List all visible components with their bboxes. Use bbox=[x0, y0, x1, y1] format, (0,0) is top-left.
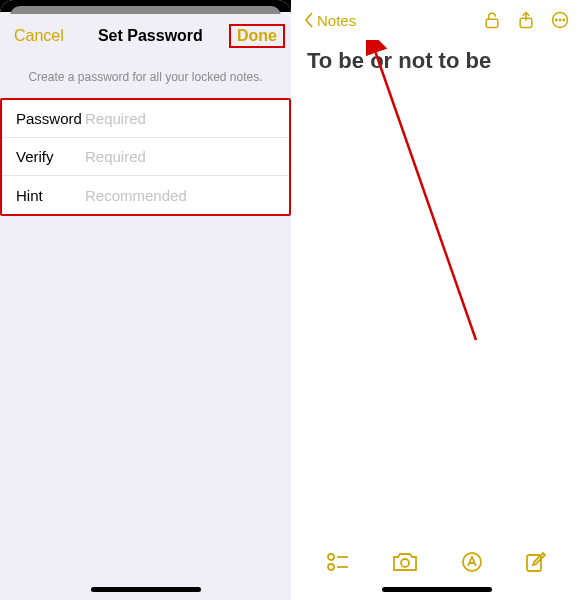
svg-point-9 bbox=[328, 564, 334, 570]
chevron-left-icon bbox=[303, 11, 315, 29]
draw-icon[interactable] bbox=[461, 551, 483, 573]
top-icons bbox=[482, 10, 570, 30]
share-icon[interactable] bbox=[516, 10, 536, 30]
note-title[interactable]: To be or not to be bbox=[291, 40, 582, 82]
password-row: Password bbox=[2, 100, 289, 138]
svg-point-11 bbox=[401, 559, 409, 567]
bottom-toolbar bbox=[291, 542, 582, 582]
cancel-button[interactable]: Cancel bbox=[14, 27, 64, 45]
nav-title: Set Password bbox=[98, 27, 203, 45]
top-bar: Notes bbox=[291, 0, 582, 40]
subtitle-text: Create a password for all your locked no… bbox=[0, 58, 291, 98]
set-password-screen: Cancel Set Password Done Create a passwo… bbox=[0, 0, 291, 600]
verify-label: Verify bbox=[16, 148, 85, 165]
done-button[interactable]: Done bbox=[237, 27, 277, 45]
password-label: Password bbox=[16, 110, 85, 127]
back-label: Notes bbox=[317, 12, 356, 29]
done-highlight: Done bbox=[229, 24, 285, 48]
nav-bar: Cancel Set Password Done bbox=[0, 14, 291, 58]
home-indicator[interactable] bbox=[382, 587, 492, 592]
home-indicator[interactable] bbox=[91, 587, 201, 592]
annotation-arrow bbox=[366, 40, 486, 350]
checklist-icon[interactable] bbox=[326, 551, 350, 573]
compose-icon[interactable] bbox=[525, 551, 547, 573]
note-detail-screen: Notes To be or not to be bbox=[291, 0, 582, 600]
verify-row: Verify bbox=[2, 138, 289, 176]
svg-point-7 bbox=[328, 554, 334, 560]
hint-input[interactable] bbox=[85, 187, 275, 204]
verify-input[interactable] bbox=[85, 148, 275, 165]
modal-sheet: Cancel Set Password Done Create a passwo… bbox=[0, 14, 291, 600]
unlock-icon[interactable] bbox=[482, 10, 502, 30]
svg-point-3 bbox=[556, 19, 557, 20]
svg-line-6 bbox=[374, 48, 476, 340]
camera-icon[interactable] bbox=[392, 551, 418, 573]
hint-row: Hint bbox=[2, 176, 289, 214]
svg-rect-0 bbox=[486, 19, 498, 27]
svg-point-4 bbox=[559, 19, 560, 20]
hint-label: Hint bbox=[16, 187, 85, 204]
svg-point-5 bbox=[563, 19, 564, 20]
back-button[interactable]: Notes bbox=[303, 11, 356, 29]
password-input[interactable] bbox=[85, 110, 275, 127]
more-icon[interactable] bbox=[550, 10, 570, 30]
password-form-highlight: Password Verify Hint bbox=[0, 98, 291, 216]
